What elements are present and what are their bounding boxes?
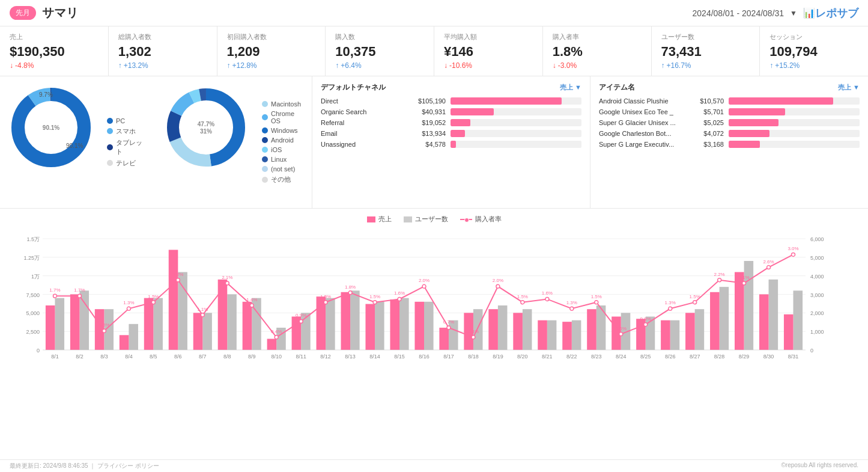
rate-point — [299, 319, 303, 323]
rate-point — [669, 307, 672, 310]
item-value: $5,025 — [682, 119, 724, 126]
user-bar — [720, 287, 729, 350]
rate-label: 0.4% — [271, 329, 282, 334]
date-dropdown[interactable]: ▼ — [790, 9, 797, 17]
footer-updated: 最終更新日: 2024/9/8 8:46:35 — [10, 462, 88, 469]
user-bar — [79, 290, 89, 350]
kpi-label: セッション — [769, 32, 858, 41]
channel-sort[interactable]: 売上 ▼ — [560, 83, 581, 92]
rate-point — [619, 333, 623, 336]
donut2-inner-label: 47.7% 31% — [198, 120, 214, 135]
kpi-value: 10,375 — [335, 44, 424, 60]
donut-os: 47.7% 31% — [161, 82, 251, 202]
kpi-change: ↑+12.8% — [227, 61, 316, 70]
kpi-label: 売上 — [10, 32, 99, 41]
legend-item: Linux — [262, 156, 306, 163]
x-label: 8/21 — [542, 354, 553, 360]
main-chart: 02,5005,0007,5001万1.25万1.5万01,0002,0003,… — [10, 227, 858, 373]
user-bar — [769, 280, 778, 350]
svg-text:2,500: 2,500 — [26, 329, 40, 335]
sales-bar — [267, 339, 277, 351]
user-bar — [572, 320, 581, 350]
legend-users-icon — [404, 216, 412, 222]
kpi-value: 1,209 — [227, 44, 316, 60]
svg-text:2,000: 2,000 — [810, 310, 824, 316]
period-badge[interactable]: 先月 — [10, 6, 36, 20]
svg-text:1.5万: 1.5万 — [26, 236, 40, 242]
sales-bar — [562, 322, 572, 350]
channel-value: $40,931 — [404, 108, 446, 115]
item-value: $4,072 — [682, 130, 724, 137]
channel-value: $105,190 — [404, 97, 446, 105]
kpi-label: 購入者率 — [553, 32, 642, 41]
x-label: 8/26 — [665, 354, 676, 360]
user-bar — [523, 309, 532, 350]
user-bar — [178, 272, 187, 351]
legend-item: Macintosh — [262, 100, 306, 108]
items-sort[interactable]: 売上 ▼ — [838, 83, 860, 92]
rate-label: 2.1% — [222, 275, 232, 280]
x-label: 8/13 — [345, 354, 356, 360]
logo-text: レポサブ — [815, 6, 858, 20]
x-label: 8/24 — [616, 354, 627, 360]
kpi-value: ¥146 — [444, 44, 533, 60]
donut1-legend: PCスマホタブレットテレビ — [102, 82, 149, 202]
kpi-label: 購入数 — [335, 32, 424, 41]
channel-row: Email $13,934 — [321, 130, 581, 137]
rate-point — [767, 266, 771, 269]
rate-point — [521, 301, 524, 304]
legend-item: タブレット — [107, 138, 149, 156]
x-label: 8/7 — [199, 354, 207, 360]
rate-label: 1.3% — [123, 300, 134, 305]
date-range: 2024/08/01 - 2024/08/31 — [693, 8, 785, 18]
channel-title: デフォルトチャネル — [321, 82, 386, 93]
rate-label: 0.5% — [616, 326, 627, 331]
rate-point — [447, 326, 451, 329]
sales-bar — [439, 328, 449, 350]
x-label: 8/14 — [369, 354, 380, 360]
user-bar — [129, 324, 138, 350]
svg-text:4,000: 4,000 — [810, 274, 824, 280]
rate-label: 2.0% — [419, 278, 429, 283]
x-label: 8/22 — [566, 354, 577, 360]
legend-item: スマホ — [107, 127, 149, 136]
rate-label: 1.5% — [320, 294, 331, 299]
svg-text:1万: 1万 — [31, 274, 40, 280]
channel-row: Organic Search $40,931 — [321, 108, 581, 115]
kpi-card: セッション 109,794 ↑+15.2% — [760, 26, 868, 76]
items-rows: Android Classic Plushie $10,570 Google U… — [599, 97, 860, 148]
rate-label: 1.5% — [591, 294, 602, 299]
sales-bar — [710, 292, 720, 350]
svg-text:0: 0 — [37, 348, 40, 354]
svg-text:5,000: 5,000 — [26, 310, 40, 316]
channel-bar — [451, 119, 581, 126]
rate-label: 0.7% — [443, 319, 454, 325]
rate-label: 0.9% — [296, 313, 306, 318]
kpi-value: 1.8% — [553, 44, 642, 60]
item-bar — [729, 130, 860, 137]
item-label: Super G Glacier Unisex ... — [599, 119, 677, 126]
kpi-label: 平均購入額 — [444, 32, 533, 41]
x-label: 8/9 — [248, 354, 256, 360]
legend-item: Android — [262, 136, 306, 144]
rate-label: 2.2% — [714, 272, 724, 277]
rate-point — [742, 281, 746, 285]
svg-text:0: 0 — [810, 348, 813, 354]
sales-bar — [513, 313, 523, 350]
channel-row: Direct $105,190 — [321, 97, 581, 105]
legend-sales-label: 売上 — [378, 215, 392, 224]
footer-policy-link[interactable]: プライバシー ポリシー — [97, 462, 159, 469]
kpi-card: 売上 $190,350 ↓-4.8% — [0, 26, 109, 76]
user-bar — [350, 290, 360, 350]
rate-point — [77, 294, 81, 298]
x-label: 8/16 — [419, 354, 429, 360]
rate-point — [176, 278, 180, 282]
rate-label: 2.0% — [493, 278, 503, 283]
logo-icon: 📊 — [803, 7, 815, 19]
rate-label: 2.2% — [172, 272, 183, 277]
legend-users-label: ユーザー数 — [415, 215, 448, 224]
rate-point — [693, 301, 697, 304]
rate-point — [127, 307, 130, 310]
rate-point — [718, 278, 721, 282]
items-title: アイテム名 — [599, 82, 635, 93]
